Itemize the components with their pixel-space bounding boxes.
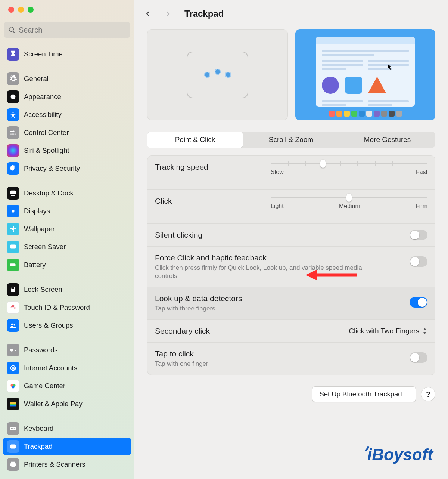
settings-panel: Tracking speed Slow Fast Click Light Med… bbox=[147, 155, 435, 375]
sidebar-item-desktop-dock[interactable]: Desktop & Dock bbox=[3, 184, 131, 202]
sidebar-item-label: Accessibility bbox=[24, 111, 62, 119]
svg-rect-9 bbox=[11, 289, 15, 292]
svg-point-10 bbox=[11, 324, 13, 326]
dock-icon bbox=[7, 187, 19, 200]
hourglass-icon bbox=[7, 48, 19, 61]
sidebar-item-game-center[interactable]: Game Center bbox=[3, 377, 131, 395]
chevron-right-icon bbox=[164, 10, 172, 18]
tab-scroll-zoom[interactable]: Scroll & Zoom bbox=[243, 132, 339, 148]
close-icon[interactable] bbox=[8, 7, 14, 13]
hand-icon bbox=[7, 162, 19, 175]
appearance-icon bbox=[7, 90, 19, 103]
sidebar-item-label: Appearance bbox=[24, 93, 61, 101]
sidebar-item-label: Control Center bbox=[24, 129, 69, 137]
sidebar-item-lock-screen[interactable]: Lock Screen bbox=[3, 281, 131, 299]
sidebar-item-battery[interactable]: Battery bbox=[3, 256, 131, 274]
trackpad-shape bbox=[187, 52, 248, 98]
sidebar-item-touch-id[interactable]: Touch ID & Password bbox=[3, 299, 131, 316]
siri-icon bbox=[7, 144, 19, 157]
sidebar-item-screen-saver[interactable]: Screen Saver bbox=[3, 238, 131, 256]
sidebar-item-general[interactable]: General bbox=[3, 70, 131, 88]
sidebar-item-printers-scanners[interactable]: Printers & Scanners bbox=[3, 455, 131, 473]
sidebar-item-siri-spotlight[interactable]: Siri & Spotlight bbox=[3, 142, 131, 160]
updown-icon bbox=[422, 328, 427, 334]
trackpad-gesture-preview bbox=[147, 29, 288, 120]
sidebar-item-accessibility[interactable]: Accessibility bbox=[3, 106, 131, 124]
key-icon bbox=[7, 344, 19, 356]
row-click: Click Light Medium Firm bbox=[147, 189, 435, 223]
cursor-icon bbox=[387, 64, 392, 70]
sidebar-item-privacy-security[interactable]: Privacy & Security bbox=[3, 160, 131, 177]
chevron-left-icon bbox=[144, 10, 152, 18]
sidebar-item-label: Screen Time bbox=[24, 50, 63, 58]
svg-rect-24 bbox=[10, 445, 16, 449]
lock-icon bbox=[7, 283, 19, 296]
sidebar-item-label: Privacy & Security bbox=[24, 164, 80, 173]
search-input[interactable] bbox=[4, 22, 130, 38]
watermark: ʼiBoysoft bbox=[362, 445, 433, 464]
sidebar-item-label: Internet Accounts bbox=[24, 364, 77, 372]
sidebar-item-displays[interactable]: Displays bbox=[3, 202, 131, 220]
sidebar-item-label: Wallet & Apple Pay bbox=[24, 400, 83, 408]
svg-rect-23 bbox=[14, 428, 15, 429]
help-button[interactable]: ? bbox=[421, 387, 435, 401]
sidebar-item-internet-accounts[interactable]: Internet Accounts bbox=[3, 359, 131, 377]
slider-max-label: Fast bbox=[416, 169, 427, 176]
svg-rect-17 bbox=[10, 402, 16, 404]
sidebar-item-screen-time[interactable]: Screen Time bbox=[3, 45, 131, 63]
tab-label: Point & Click bbox=[175, 136, 215, 143]
sidebar-item-label: Battery bbox=[24, 261, 46, 269]
desktop-preview bbox=[295, 29, 435, 120]
zoom-icon[interactable] bbox=[28, 7, 34, 13]
click-slider[interactable]: Light Medium Firm bbox=[271, 197, 427, 210]
sidebar-item-label: Lock Screen bbox=[24, 285, 62, 294]
row-force-click: Force Click and haptic feedback Click th… bbox=[147, 246, 435, 287]
force-click-toggle[interactable] bbox=[410, 256, 427, 267]
brightness-icon bbox=[7, 205, 19, 217]
previews bbox=[134, 29, 448, 120]
sidebar-item-label: Trackpad bbox=[24, 442, 52, 451]
sidebar-item-appearance[interactable]: Appearance bbox=[3, 88, 131, 106]
silent-clicking-toggle[interactable] bbox=[410, 230, 427, 240]
tap-to-click-toggle[interactable] bbox=[410, 352, 427, 363]
svg-point-5 bbox=[12, 228, 14, 230]
battery-icon bbox=[7, 259, 19, 271]
tab-label: More Gestures bbox=[364, 136, 411, 143]
fingerprint-icon bbox=[7, 301, 19, 314]
look-up-toggle[interactable] bbox=[410, 297, 427, 308]
segmented-tabs: Point & Click Scroll & Zoom More Gesture… bbox=[147, 132, 435, 148]
svg-rect-18 bbox=[10, 404, 16, 405]
sidebar-item-label: Desktop & Dock bbox=[24, 189, 74, 197]
sidebar-item-passwords[interactable]: Passwords bbox=[3, 341, 131, 359]
row-secondary-click: Secondary click Click with Two Fingers bbox=[147, 319, 435, 342]
wallet-icon bbox=[7, 398, 19, 410]
minimize-icon[interactable] bbox=[18, 7, 24, 13]
tracking-speed-slider[interactable]: Slow Fast bbox=[271, 163, 427, 176]
toolbar: Trackpad bbox=[134, 0, 448, 29]
button-label: Set Up Bluetooth Trackpad… bbox=[319, 390, 409, 398]
setup-bluetooth-button[interactable]: Set Up Bluetooth Trackpad… bbox=[312, 386, 416, 402]
sidebar-item-control-center[interactable]: Control Center bbox=[3, 124, 131, 142]
search-icon bbox=[8, 26, 16, 34]
accessibility-icon bbox=[7, 108, 19, 121]
tab-more-gestures[interactable]: More Gestures bbox=[339, 132, 435, 148]
sidebar-item-label: Printers & Scanners bbox=[24, 460, 85, 469]
search-field[interactable] bbox=[19, 26, 126, 34]
back-button[interactable] bbox=[142, 7, 155, 20]
row-title: Silent clicking bbox=[155, 231, 427, 239]
secondary-click-popup[interactable]: Click with Two Fingers bbox=[349, 327, 427, 335]
sidebar-item-keyboard[interactable]: Keyboard bbox=[3, 420, 131, 438]
sidebar-item-wallet-apple-pay[interactable]: Wallet & Apple Pay bbox=[3, 395, 131, 413]
printer-icon bbox=[7, 458, 19, 471]
svg-rect-7 bbox=[10, 263, 15, 266]
svg-point-11 bbox=[13, 324, 15, 326]
users-icon bbox=[7, 319, 19, 332]
sidebar-item-label: Touch ID & Password bbox=[24, 303, 90, 312]
sidebar-item-label: Displays bbox=[24, 207, 50, 215]
row-description: Tap with one finger bbox=[155, 360, 386, 368]
slider-min-label: Slow bbox=[271, 169, 284, 176]
sidebar-item-trackpad[interactable]: Trackpad bbox=[3, 438, 131, 455]
tab-point-click[interactable]: Point & Click bbox=[147, 132, 243, 148]
sidebar-item-wallpaper[interactable]: Wallpaper bbox=[3, 220, 131, 238]
sidebar-item-users-groups[interactable]: Users & Groups bbox=[3, 316, 131, 334]
